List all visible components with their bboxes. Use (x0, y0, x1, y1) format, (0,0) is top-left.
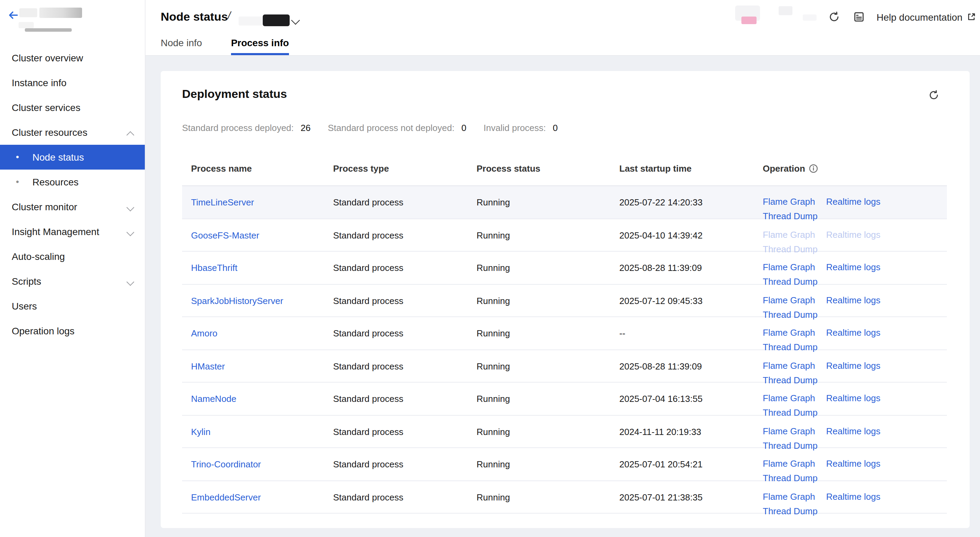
sidebar-item-label: Operation logs (12, 326, 75, 337)
op-link-flame-graph[interactable]: Flame Graph (763, 295, 815, 305)
op-link-flame-graph[interactable]: Flame Graph (763, 262, 815, 272)
op-link-flame-graph[interactable]: Flame Graph (763, 393, 815, 403)
process-name-link[interactable]: Kylin (191, 426, 210, 437)
sidebar-item-label: Cluster overview (12, 52, 83, 64)
sidebar-item-node-status[interactable]: •Node status (0, 145, 145, 170)
redacted-header-block (779, 6, 792, 15)
process-name-link[interactable]: TimeLineServer (191, 197, 254, 208)
stat-invalid: Invalid process:0 (484, 122, 558, 134)
process-name-link[interactable]: NameNode (191, 394, 237, 404)
sidebar-item-users[interactable]: Users (0, 294, 145, 318)
sidebar-header (0, 0, 145, 43)
sidebar-item-operation-logs[interactable]: Operation logs (0, 318, 145, 343)
table-row: TimeLineServer Standard process Running … (182, 186, 947, 219)
stat-value: 0 (553, 123, 558, 133)
operation-links-line1: Flame GraphRealtime logs (763, 260, 947, 274)
stat-deployed: Standard process deployed:26 (182, 122, 311, 134)
op-link-realtime-logs[interactable]: Realtime logs (826, 458, 881, 469)
process-type-cell: Standard process (324, 481, 466, 513)
back-arrow-icon[interactable] (7, 9, 19, 21)
operation-cell: Flame GraphRealtime logs Thread Dump (753, 350, 947, 382)
external-link-icon (967, 13, 975, 21)
process-status-cell: Running (466, 350, 610, 382)
help-documentation-link[interactable]: Help documentation (877, 10, 975, 24)
table-row: Kylin Standard process Running 2024-11-1… (182, 415, 947, 448)
process-name-link[interactable]: HbaseThrift (191, 263, 237, 273)
table-row: GooseFS-Master Standard process Running … (182, 219, 947, 252)
sidebar-item-cluster-monitor[interactable]: Cluster monitor (0, 194, 145, 219)
sidebar-item-auto-scaling[interactable]: Auto-scaling (0, 244, 145, 269)
op-link-realtime-logs[interactable]: Realtime logs (826, 360, 881, 370)
process-status-cell: Running (466, 383, 610, 415)
process-name-link[interactable]: SparkJobHistoryServer (191, 296, 283, 306)
process-name-link[interactable]: Amoro (191, 328, 218, 338)
process-type-cell: Standard process (324, 186, 466, 218)
op-link-realtime-logs[interactable]: Realtime logs (826, 491, 881, 502)
title-separator: / (228, 7, 231, 25)
operation-links-line1: Flame GraphRealtime logs (763, 227, 947, 241)
op-link-realtime-logs[interactable]: Realtime logs (826, 197, 881, 207)
op-link-thread-dump[interactable]: Thread Dump (763, 506, 818, 516)
bullet-icon: • (16, 145, 19, 170)
cluster-switch-chevron-down-icon[interactable] (291, 16, 300, 24)
process-status-cell: Running (466, 317, 610, 349)
operation-links-line1: Flame GraphRealtime logs (763, 194, 947, 209)
process-name-link[interactable]: GooseFS-Master (191, 230, 259, 240)
op-link-flame-graph[interactable]: Flame Graph (763, 491, 815, 502)
operation-cell: Flame GraphRealtime logs Thread Dump (753, 186, 947, 218)
sidebar-item-label: Insight Management (12, 226, 99, 237)
stat-label: Standard process not deployed: (328, 123, 455, 133)
sidebar-item-instance-info[interactable]: Instance info (0, 70, 145, 95)
op-link-flame-graph[interactable]: Flame Graph (763, 360, 815, 370)
sidebar-item-cluster-resources[interactable]: Cluster resources (0, 120, 145, 145)
sidebar-item-cluster-overview[interactable]: Cluster overview (0, 46, 145, 70)
process-type-cell: Standard process (324, 448, 466, 480)
process-name-link[interactable]: HMaster (191, 361, 225, 371)
op-link-flame-graph[interactable]: Flame Graph (763, 458, 815, 469)
process-name-cell: Trino-Coordinator (182, 448, 324, 480)
chevron-down-icon (127, 204, 134, 211)
op-link-realtime-logs[interactable]: Realtime logs (826, 295, 881, 305)
op-link-realtime-logs[interactable]: Realtime logs (826, 393, 881, 403)
process-name-link[interactable]: EmbeddedServer (191, 492, 261, 502)
stat-value: 26 (301, 123, 311, 133)
table-row: Trino-Coordinator Standard process Runni… (182, 448, 947, 481)
op-link-flame-graph[interactable]: Flame Graph (763, 197, 815, 207)
op-link-realtime-logs: Realtime logs (826, 229, 881, 240)
deployment-status-card: Deployment status Standard process deplo… (161, 71, 970, 528)
refresh-icon[interactable] (828, 11, 840, 23)
process-type-cell: Standard process (324, 383, 466, 415)
op-link-realtime-logs[interactable]: Realtime logs (826, 327, 881, 338)
refresh-icon[interactable] (928, 90, 939, 101)
last-startup-time-cell: 2025-08-28 11:39:09 (610, 252, 753, 284)
document-list-icon[interactable] (853, 11, 865, 23)
last-startup-time-cell: 2025-04-10 14:39:42 (610, 219, 753, 251)
process-status-cell: Running (466, 219, 610, 251)
op-link-flame-graph[interactable]: Flame Graph (763, 426, 815, 436)
tab-bar: Node info Process info (161, 36, 289, 55)
process-status-cell: Running (466, 252, 610, 284)
operation-cell: Flame GraphRealtime logs Thread Dump (753, 448, 947, 480)
operation-links-line2: Thread Dump (763, 504, 947, 516)
sidebar-item-cluster-services[interactable]: Cluster services (0, 95, 145, 120)
operation-links-line1: Flame GraphRealtime logs (763, 358, 947, 373)
redacted-text-block (19, 22, 34, 28)
col-header-operation-label: Operation (763, 164, 805, 174)
sidebar-item-insight-management[interactable]: Insight Management (0, 219, 145, 244)
tab-process-info[interactable]: Process info (231, 36, 289, 55)
sidebar-item-resources[interactable]: •Resources (0, 170, 145, 194)
op-link-realtime-logs[interactable]: Realtime logs (826, 262, 881, 272)
op-link-realtime-logs[interactable]: Realtime logs (826, 426, 881, 436)
info-icon[interactable] (809, 164, 818, 173)
operation-cell: Flame GraphRealtime logs Thread Dump (753, 383, 947, 415)
table-row: NameNode Standard process Running 2025-0… (182, 383, 947, 415)
process-name-link[interactable]: Trino-Coordinator (191, 459, 261, 469)
sidebar-item-scripts[interactable]: Scripts (0, 269, 145, 294)
process-type-cell: Standard process (324, 415, 466, 447)
tab-node-info[interactable]: Node info (161, 36, 202, 55)
col-header-process-type: Process type (324, 160, 466, 186)
stat-value: 0 (461, 123, 466, 133)
op-link-flame-graph[interactable]: Flame Graph (763, 327, 815, 338)
screen: Cluster overview Instance info Cluster s… (0, 0, 980, 537)
table-row: SparkJobHistoryServer Standard process R… (182, 284, 947, 317)
